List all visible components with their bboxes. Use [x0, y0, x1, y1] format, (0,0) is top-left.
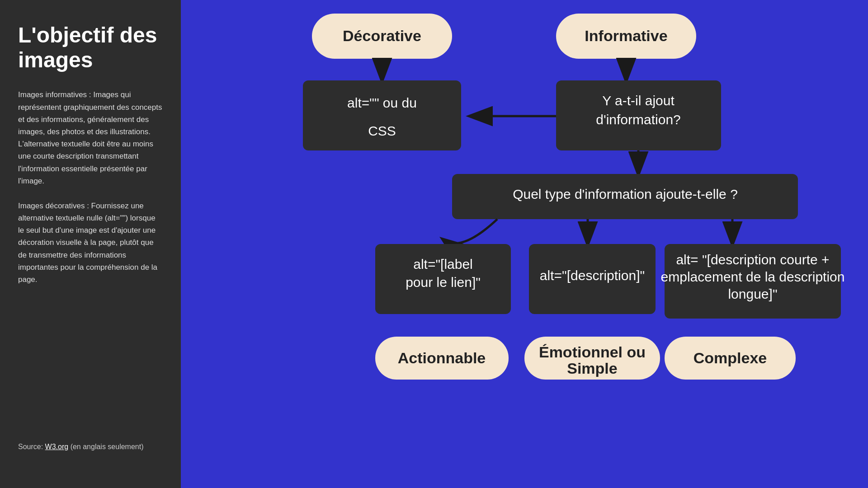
left-panel: L'objectif des images Images informative… — [0, 0, 181, 488]
flowchart: Décorative Informative alt="" ou du CSS … — [181, 0, 868, 488]
source-suffix: (en anglais seulement) — [71, 443, 144, 450]
paragraph-informative: Images informatives : Images qui représe… — [18, 89, 163, 187]
node-y-atil-line1: Y a-t-il ajout — [602, 93, 675, 108]
node-alt-css-line1: alt="" ou du — [347, 95, 417, 110]
node-emotionnel-line1: Émotionnel ou — [539, 343, 646, 361]
node-quel-type-label: Quel type d'information ajoute-t-elle ? — [513, 187, 738, 202]
node-alt-complex-line1: alt= "[description courte + — [676, 252, 829, 267]
right-panel: Décorative Informative alt="" ou du CSS … — [181, 0, 868, 488]
node-alt-complex-line3: longue]" — [728, 286, 777, 301]
paragraph-decorative: Images décoratives : Fournissez une alte… — [18, 200, 163, 286]
source-label: Source: — [18, 443, 43, 450]
node-emotionnel-line2: Simple — [567, 360, 617, 377]
node-actionnable-label: Actionnable — [398, 349, 486, 366]
node-decorative-label: Décorative — [343, 27, 421, 44]
node-complexe-label: Complexe — [693, 349, 767, 366]
node-alt-label-line2: pour le lien]" — [406, 275, 481, 290]
node-alt-complex-line2: emplacement de la description — [661, 269, 845, 284]
node-alt-css-bg — [303, 80, 461, 150]
source-link[interactable]: W3.org — [45, 443, 69, 450]
node-alt-label-line1: alt="[label — [413, 257, 473, 272]
node-informative-label: Informative — [585, 27, 667, 44]
node-y-atil-line2: d'information? — [596, 112, 681, 127]
main-title: L'objectif des images — [18, 23, 163, 72]
node-alt-css-line2: CSS — [368, 123, 396, 138]
source: Source: W3.org (en anglais seulement) — [18, 441, 163, 453]
node-alt-desc-label: alt="[description]" — [540, 268, 645, 283]
